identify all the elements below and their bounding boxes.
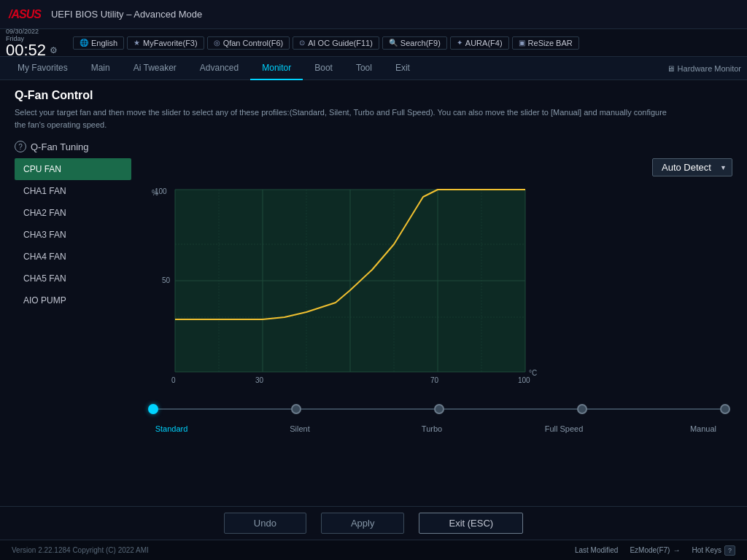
last-modified-btn[interactable]: Last Modified xyxy=(575,546,618,554)
fan-icon: ◎ xyxy=(214,39,220,47)
globe-icon: 🌐 xyxy=(80,39,88,47)
chart-svg-wrapper: % 100 50 0 30 70 100 °C xyxy=(146,182,732,389)
topbar-items: 🌐 English ★ MyFavorite(F3) ◎ Qfan Contro… xyxy=(73,36,741,50)
nav-boot[interactable]: Boot xyxy=(303,57,344,80)
hot-keys-label: Hot Keys xyxy=(692,546,721,554)
topbar-search[interactable]: 🔍 Search(F9) xyxy=(382,36,447,50)
slider-area: Standard Silent Turbo Full Speed Manual xyxy=(146,398,732,433)
resize-icon: ▣ xyxy=(519,39,525,47)
slider-track xyxy=(153,398,725,420)
section-desc: Select your target fan and then move the… xyxy=(15,106,671,131)
fan-item-cha1[interactable]: CHA1 FAN xyxy=(15,180,131,202)
nav-my-favorites[interactable]: My Favorites xyxy=(6,57,80,80)
fan-item-aio[interactable]: AIO PUMP xyxy=(15,289,131,311)
slider-knob-turbo[interactable] xyxy=(434,404,444,414)
monitor-icon: 🖥 xyxy=(667,64,675,73)
topbar-myfavorite[interactable]: ★ MyFavorite(F3) xyxy=(127,36,204,50)
auto-detect-select[interactable]: Auto Detect Manual xyxy=(652,158,732,176)
datetime-block: 09/30/2022Friday 00:52 ⚙ xyxy=(6,28,64,58)
exit-button[interactable]: Exit (ESC) xyxy=(419,513,523,534)
slider-knob-fullspeed[interactable] xyxy=(577,404,587,414)
auto-detect-bar: Auto Detect Manual xyxy=(146,158,732,176)
nav-monitor[interactable]: Monitor xyxy=(250,57,303,80)
qfan-tuning-label: Q-Fan Tuning xyxy=(31,141,89,152)
slider-label-standard: Standard xyxy=(153,424,190,433)
nav-ai-tweaker[interactable]: Ai Tweaker xyxy=(122,57,188,80)
bios-title: UEFI BIOS Utility – Advanced Mode xyxy=(51,9,202,20)
hot-keys-key: ? xyxy=(724,545,735,556)
fan-list: CPU FAN CHA1 FAN CHA2 FAN CHA3 FAN CHA4 … xyxy=(15,158,131,433)
help-icon[interactable]: ? xyxy=(15,141,26,152)
svg-text:70: 70 xyxy=(430,376,439,384)
slider-labels: Standard Silent Turbo Full Speed Manual xyxy=(153,424,725,433)
svg-text:0: 0 xyxy=(171,376,176,384)
nav-main[interactable]: Main xyxy=(80,57,122,80)
fan-item-cha3[interactable]: CHA3 FAN xyxy=(15,224,131,246)
section-title: Q-Fan Control xyxy=(15,89,732,102)
slider-knob-silent[interactable] xyxy=(291,404,301,414)
svg-text:100: 100 xyxy=(155,187,167,195)
topbar-aura[interactable]: ✦ AURA(F4) xyxy=(450,36,509,50)
ez-mode-btn[interactable]: EzMode(F7) → xyxy=(630,546,680,554)
settings-icon[interactable]: ⚙ xyxy=(50,45,58,55)
slider-label-manual: Manual xyxy=(681,424,725,433)
star-icon: ★ xyxy=(133,39,140,47)
svg-text:100: 100 xyxy=(518,376,530,384)
ez-mode-arrow-icon: → xyxy=(673,546,680,554)
chart-container: Auto Detect Manual xyxy=(131,158,732,433)
search-icon: 🔍 xyxy=(389,39,398,47)
topbar: 09/30/2022Friday 00:52 ⚙ 🌐 English ★ MyF… xyxy=(0,29,747,57)
topbar-resize[interactable]: ▣ ReSize BAR xyxy=(512,36,579,50)
undo-button[interactable]: Undo xyxy=(224,513,306,534)
slider-knob-manual[interactable] xyxy=(720,404,730,414)
footer: Version 2.22.1284 Copyright (C) 2022 AMI… xyxy=(0,540,747,560)
date-display: 09/30/2022Friday xyxy=(6,28,39,42)
slider-knob-standard[interactable] xyxy=(148,404,158,414)
hot-keys-btn[interactable]: Hot Keys ? xyxy=(692,545,735,556)
qfan-tuning-header: ? Q-Fan Tuning xyxy=(15,141,732,152)
svg-text:°C: °C xyxy=(529,369,537,377)
svg-text:50: 50 xyxy=(162,276,171,284)
fan-item-cha2[interactable]: CHA2 FAN xyxy=(15,202,131,224)
apply-button[interactable]: Apply xyxy=(321,513,405,534)
fan-item-cha4[interactable]: CHA4 FAN xyxy=(15,246,131,268)
slider-label-fullspeed: Full Speed xyxy=(542,424,586,433)
footer-version: Version 2.22.1284 Copyright (C) 2022 AMI xyxy=(12,546,149,554)
ez-mode-label: EzMode(F7) xyxy=(630,546,670,554)
time-display: 00:52 xyxy=(6,42,46,58)
fan-curve-chart: % 100 50 0 30 70 100 °C xyxy=(146,182,540,386)
topbar-language[interactable]: 🌐 English xyxy=(73,36,124,50)
slider-label-silent: Silent xyxy=(278,424,322,433)
auto-detect-wrapper: Auto Detect Manual xyxy=(652,158,732,176)
fan-item-cpu[interactable]: CPU FAN xyxy=(15,158,131,180)
bottom-bar: Undo Apply Exit (ESC) xyxy=(0,506,747,540)
navbar: My Favorites Main Ai Tweaker Advanced Mo… xyxy=(0,57,747,80)
nav-tool[interactable]: Tool xyxy=(344,57,384,80)
last-modified-label: Last Modified xyxy=(575,546,618,554)
ai-icon: ⊙ xyxy=(299,39,305,47)
fan-item-cha5[interactable]: CHA5 FAN xyxy=(15,268,131,289)
bios-header: /ASUS UEFI BIOS Utility – Advanced Mode xyxy=(0,0,747,29)
nav-advanced[interactable]: Advanced xyxy=(188,57,250,80)
svg-text:30: 30 xyxy=(255,376,264,384)
qfan-area: CPU FAN CHA1 FAN CHA2 FAN CHA3 FAN CHA4 … xyxy=(15,158,732,433)
asus-logo: /ASUS xyxy=(9,8,41,21)
nav-hardware-monitor[interactable]: 🖥 Hardware Monitor xyxy=(667,64,741,73)
topbar-qfan[interactable]: ◎ Qfan Control(F6) xyxy=(207,36,290,50)
nav-exit[interactable]: Exit xyxy=(384,57,422,80)
main-content: Q-Fan Control Select your target fan and… xyxy=(0,80,747,512)
aura-icon: ✦ xyxy=(457,39,462,47)
footer-right: Last Modified EzMode(F7) → Hot Keys ? xyxy=(575,545,735,556)
topbar-aioc[interactable]: ⊙ AI OC Guide(F11) xyxy=(293,36,379,50)
slider-label-turbo: Turbo xyxy=(410,424,454,433)
